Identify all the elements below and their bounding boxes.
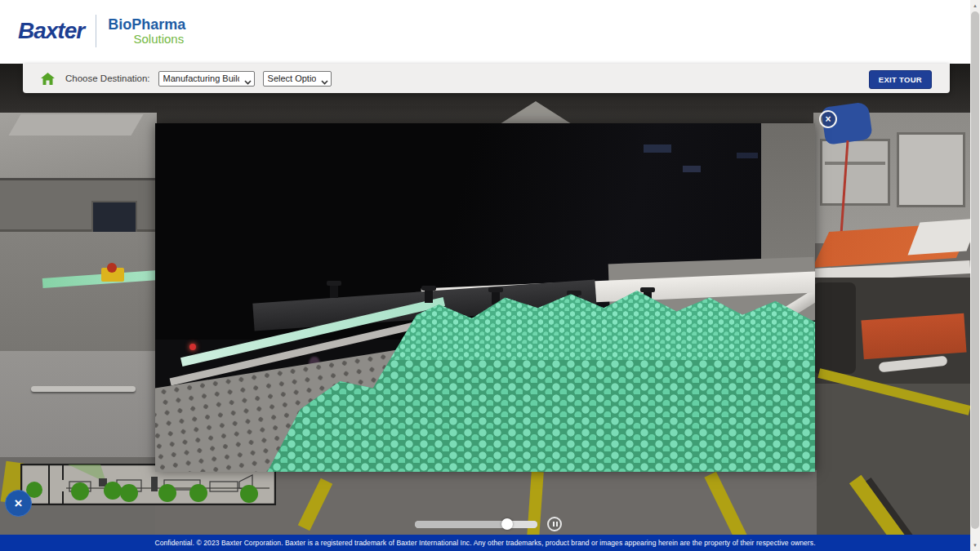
close-minimap-button[interactable]: ×: [5, 490, 32, 517]
video-progress-bar[interactable]: [415, 521, 537, 528]
minimap-equipment: [151, 477, 158, 491]
video-progress-fill: [415, 521, 507, 528]
overlay-knob: [330, 285, 338, 298]
overlay-knob: [425, 290, 433, 303]
minimap-waypoint[interactable]: [240, 485, 258, 503]
page-scrollbar[interactable]: ▲ ▼: [970, 0, 980, 551]
scene-window-shelf: [825, 162, 885, 165]
scene-left-estop: [101, 268, 124, 282]
minimap-waypoint[interactable]: [104, 482, 122, 500]
biopharma-text: BioPharma: [108, 17, 185, 33]
pause-button[interactable]: [547, 517, 562, 531]
app-header: Baxter BioPharma Solutions: [0, 0, 970, 64]
overlay-glint: [683, 166, 701, 172]
close-icon: ×: [15, 495, 23, 511]
video-progress-thumb[interactable]: [501, 518, 513, 530]
minimap-waypoint[interactable]: [158, 484, 176, 502]
navigation-arrow-up[interactable]: [500, 101, 572, 124]
close-overlay-button[interactable]: ×: [819, 110, 837, 128]
destination-select[interactable]: Manufacturing Building G: [158, 71, 255, 87]
tour-toolbar: Choose Destination: Manufacturing Buildi…: [23, 64, 950, 93]
home-icon: [41, 73, 55, 85]
video-player-controls: [415, 516, 562, 532]
scene-chair: [813, 282, 856, 374]
scrollbar-thumb[interactable]: [971, 11, 979, 529]
choose-destination-label: Choose Destination:: [65, 73, 150, 83]
overlay-glint: [644, 144, 671, 153]
pause-icon: [553, 522, 555, 527]
minimap-waypoint[interactable]: [189, 484, 207, 502]
video-progress-remaining: [510, 521, 537, 528]
home-button[interactable]: [39, 71, 56, 86]
biopharma-solutions-logo: BioPharma Solutions: [108, 17, 185, 46]
overlay-glint: [737, 153, 758, 158]
scene-machine-handle: [31, 386, 136, 392]
baxter-logo: Baxter: [18, 18, 84, 44]
scrollbar-down-arrow[interactable]: ▼: [970, 540, 980, 551]
option-select[interactable]: Select Option: [263, 71, 332, 87]
solutions-text: Solutions: [108, 33, 185, 46]
scene-orange-boxes: [861, 313, 966, 360]
brand-logo: Baxter BioPharma Solutions: [18, 15, 185, 47]
footer-bar: Confidential. © 2023 Baxter Corporation.…: [0, 535, 970, 551]
scene-machine-front: [0, 351, 157, 461]
pause-icon: [556, 522, 558, 527]
minimap-waypoint[interactable]: [71, 482, 89, 500]
footer-disclaimer: Confidential. © 2023 Baxter Corporation.…: [154, 539, 815, 547]
virtual-tour-app: × × Choose Destination: Manufacturing Bu…: [0, 0, 980, 551]
scrollbar-up-arrow[interactable]: ▲: [970, 0, 980, 11]
scene-right-window-2: [897, 132, 965, 207]
close-icon: ×: [825, 113, 831, 125]
video-overlay[interactable]: [155, 123, 815, 472]
scene-right-window-1: [820, 139, 890, 206]
overlay-red-indicator: [189, 344, 196, 350]
minimap-waypoint[interactable]: [120, 484, 138, 502]
exit-tour-button[interactable]: EXIT TOUR: [869, 70, 932, 89]
brand-divider: [96, 15, 96, 47]
scene-ceiling-panel: [8, 114, 143, 136]
